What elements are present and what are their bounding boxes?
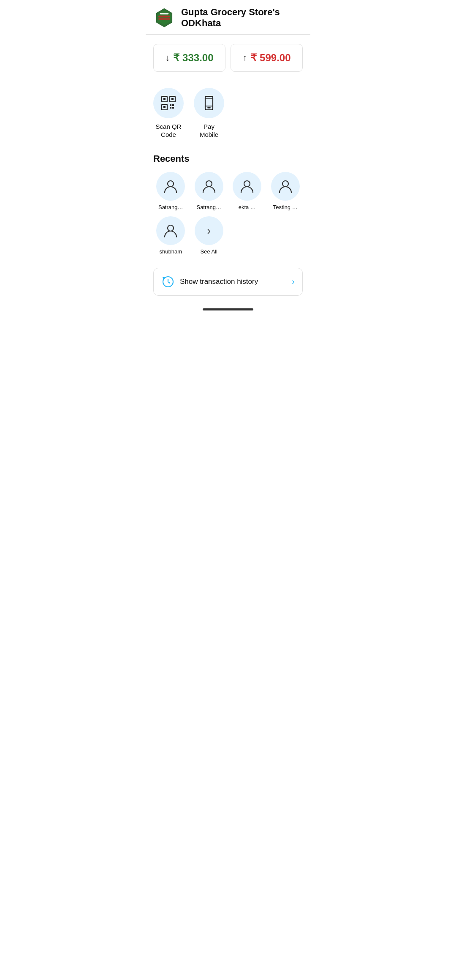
recents-section: Recents Satrang… Satrang… xyxy=(146,146,310,259)
recent-name-testing: Testing … xyxy=(273,204,298,211)
recent-name-satrang1: Satrang… xyxy=(158,204,183,211)
recent-circle-satrang1 xyxy=(156,172,185,201)
history-icon xyxy=(161,275,175,289)
down-arrow-icon: ↓ xyxy=(165,52,170,63)
person-icon xyxy=(201,178,217,194)
actions-section: Scan QRCode PayMobile xyxy=(146,76,310,146)
recent-circle-satrang2 xyxy=(195,172,223,201)
app-logo xyxy=(153,7,175,29)
recent-circle-ekta xyxy=(233,172,261,201)
recent-item-shubham[interactable]: shubham xyxy=(153,216,188,255)
balance-up-card[interactable]: ↑ ₹ 599.00 xyxy=(231,44,303,72)
transaction-label: Show transaction history xyxy=(180,278,258,286)
balance-down-card[interactable]: ↓ ₹ 333.00 xyxy=(153,44,225,72)
pay-mobile-button[interactable]: PayMobile xyxy=(194,88,224,139)
recents-grid: Satrang… Satrang… ekta … xyxy=(153,172,303,255)
pay-mobile-label: PayMobile xyxy=(200,122,218,139)
balance-down-amount: ₹ 333.00 xyxy=(173,52,213,64)
recent-name-satrang2: Satrang… xyxy=(196,204,221,211)
qr-code-icon xyxy=(160,95,176,111)
see-all-label: See All xyxy=(201,248,217,255)
svg-rect-3 xyxy=(158,18,170,20)
transaction-left: Show transaction history xyxy=(161,275,258,289)
svg-rect-12 xyxy=(172,104,174,106)
svg-rect-13 xyxy=(170,107,171,109)
transaction-chevron-icon: › xyxy=(292,277,295,286)
see-all-circle: › xyxy=(195,216,223,245)
recent-item-satrang1[interactable]: Satrang… xyxy=(153,172,188,211)
recent-name-shubham: shubham xyxy=(160,248,182,255)
mobile-phone-icon xyxy=(201,95,217,111)
recent-item-satrang2[interactable]: Satrang… xyxy=(192,172,227,211)
scan-qr-button[interactable]: Scan QRCode xyxy=(153,88,184,139)
svg-rect-2 xyxy=(158,16,170,17)
scan-qr-circle xyxy=(153,88,184,118)
pay-mobile-circle xyxy=(194,88,224,118)
balance-up-amount: ₹ 599.00 xyxy=(250,52,290,64)
recent-name-ekta: ekta … xyxy=(239,204,256,211)
svg-rect-6 xyxy=(163,98,166,100)
recents-title: Recents xyxy=(153,153,303,164)
up-arrow-icon: ↑ xyxy=(242,52,247,63)
app-title: Gupta Grocery Store's ODKhata xyxy=(181,7,303,29)
svg-rect-14 xyxy=(172,107,174,109)
recent-circle-testing xyxy=(271,172,300,201)
person-icon xyxy=(277,178,293,194)
balance-section: ↓ ₹ 333.00 ↑ ₹ 599.00 xyxy=(146,35,310,76)
recent-circle-shubham xyxy=(156,216,185,245)
svg-point-23 xyxy=(168,225,174,231)
transaction-history-button[interactable]: Show transaction history › xyxy=(153,268,303,296)
bottom-home-indicator xyxy=(203,308,253,310)
svg-point-20 xyxy=(206,181,212,187)
svg-rect-8 xyxy=(171,98,174,100)
scan-qr-label: Scan QRCode xyxy=(156,122,182,139)
chevron-right-icon: › xyxy=(207,224,211,237)
svg-rect-11 xyxy=(170,104,171,106)
header: Gupta Grocery Store's ODKhata xyxy=(146,0,310,35)
svg-point-19 xyxy=(168,181,174,187)
svg-rect-4 xyxy=(160,13,169,14)
recent-item-testing[interactable]: Testing … xyxy=(268,172,303,211)
svg-rect-16 xyxy=(207,107,211,109)
svg-point-22 xyxy=(282,181,288,187)
see-all-button[interactable]: › See All xyxy=(192,216,227,255)
person-icon xyxy=(239,178,255,194)
person-icon xyxy=(163,178,179,194)
recent-item-ekta[interactable]: ekta … xyxy=(230,172,265,211)
person-icon xyxy=(163,223,179,239)
svg-rect-10 xyxy=(163,106,166,108)
svg-point-21 xyxy=(244,181,250,187)
